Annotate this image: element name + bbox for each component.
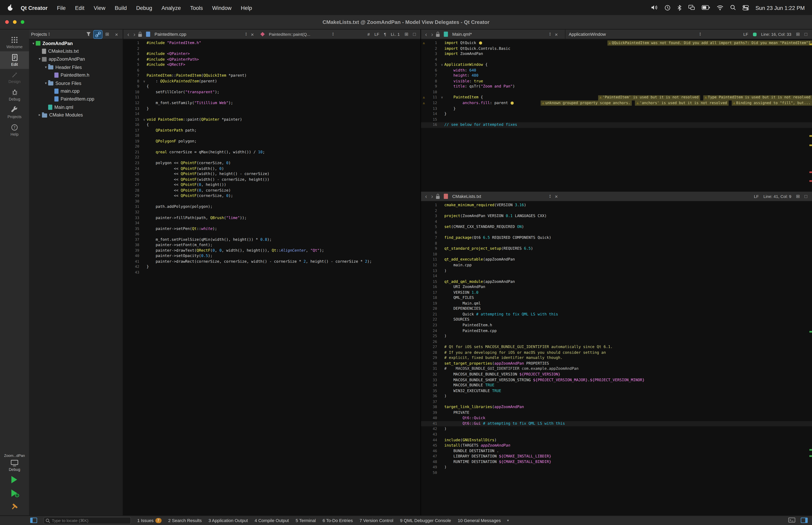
code-line[interactable]: 44include(GNUInstallDirs) [421, 437, 812, 443]
back-button[interactable]: ‹ [423, 31, 429, 37]
code-line[interactable]: 15∨void PaintedItem::paint(QPainter *pai… [123, 117, 420, 122]
code-line[interactable]: 15 [421, 117, 812, 122]
code-line[interactable]: 43 [123, 270, 420, 275]
code-line[interactable]: 14} [421, 111, 812, 117]
code-line[interactable]: 17 VERSION 1.0 [421, 290, 812, 296]
code-line[interactable]: 18 [123, 133, 420, 139]
code-line[interactable]: 30set_target_properties(appZoomAndPan PR… [421, 361, 812, 366]
code-line[interactable]: 8 visible: true [421, 79, 812, 84]
menu-build[interactable]: Build [115, 4, 127, 11]
code-line[interactable]: 25 << QPointF(width(), height() - corner… [123, 171, 420, 177]
build-button[interactable] [8, 501, 21, 512]
kit-project-label[interactable]: Zoom...dPan [4, 454, 25, 457]
close-document-button[interactable]: × [553, 193, 560, 199]
wifi-icon[interactable] [717, 5, 723, 10]
bluetooth-icon[interactable] [677, 4, 681, 11]
zoom-button[interactable] [21, 20, 24, 24]
editor-qml-code[interactable]: ⚠1import QtQuick⚠QQuickPaintedItem was n… [421, 39, 812, 192]
code-line[interactable]: 39 PRIVATE [421, 410, 812, 416]
pin-icon[interactable] [137, 31, 143, 37]
sync-with-editor-button[interactable] [94, 30, 102, 38]
code-line[interactable]: 4 [421, 219, 812, 224]
menu-window[interactable]: Window [212, 4, 231, 11]
tree-item-zoomandpan[interactable]: ▾ZoomAndPan [29, 39, 123, 47]
code-line[interactable]: ⚠11∨ PaintedItem {⚠'PaintedItem' is used… [421, 95, 812, 101]
forward-button[interactable]: › [429, 31, 435, 37]
code-line[interactable]: 4 [421, 57, 812, 62]
code-line[interactable]: 2import QtQuick.Controls.Basic [421, 46, 812, 51]
close-document-button[interactable]: × [553, 31, 560, 37]
code-line[interactable]: 46 BUNDLE DESTINATION . [421, 448, 812, 454]
mode-design[interactable]: Design [0, 69, 29, 86]
code-line[interactable]: 34 [123, 221, 420, 226]
document-dropdown[interactable]: PaintedItem.cpp ▴▾ [152, 32, 249, 37]
mode-projects[interactable]: Projects [0, 104, 29, 121]
menu-debug[interactable]: Debug [136, 4, 152, 11]
close-document-button[interactable]: × [249, 31, 256, 37]
code-line[interactable]: 41 painter->drawRect(cornerSize, cornerS… [123, 259, 420, 265]
paragraph-icon[interactable]: ¶ [384, 32, 386, 36]
code-line[interactable]: 33 MACOSX_BUNDLE_SHORT_VERSION_STRING ${… [421, 377, 812, 383]
code-line[interactable]: 3#include <QPainter> [123, 51, 420, 57]
code-line[interactable]: 7 height: 480 [421, 73, 812, 79]
split-editor-icon[interactable]: ⊞ [404, 32, 408, 37]
control-center-icon[interactable] [742, 5, 749, 10]
output-pane-4-compile-output[interactable]: 4 Compile Output [255, 518, 289, 523]
tree-chevron-icon[interactable]: ▾ [43, 81, 48, 85]
search-icon[interactable] [730, 5, 736, 11]
overview-ruler[interactable] [809, 39, 812, 192]
tree-item-painteditem-cpp[interactable]: PaintedItem.cpp [29, 95, 123, 103]
code-line[interactable]: 9 title: qsTr("Zoom and Pan") [421, 84, 812, 90]
projects-pane-selector[interactable]: Projects ▴▾ [31, 32, 83, 37]
code-line[interactable]: 24 PaintedItem.cpp [421, 328, 812, 334]
line-ending-indicator[interactable]: LF [754, 194, 759, 199]
code-line[interactable]: 40 painter->setOpacity(0.5); [123, 253, 420, 259]
fold-marker-icon[interactable]: ∨ [440, 95, 444, 101]
menu-help[interactable]: Help [241, 4, 252, 11]
run-button[interactable] [8, 474, 21, 485]
code-line[interactable]: 43 [421, 432, 812, 437]
menubar-clock[interactable]: Sun 23 Jun 1:22 PM [755, 4, 805, 11]
code-line[interactable]: 21 qreal cornerSize = qMax(height(), wid… [123, 150, 420, 155]
menu-tools[interactable]: Tools [190, 4, 203, 11]
hint-icon[interactable] [479, 42, 482, 45]
code-line[interactable]: 35 WIN32_EXECUTABLE TRUE [421, 388, 812, 394]
code-line[interactable]: 15qt_add_qml_module(appZoomAndPan [421, 279, 812, 285]
tree-chevron-icon[interactable]: ▾ [43, 65, 48, 69]
output-pane-9-qml-debugger-console[interactable]: 9 QML Debugger Console [400, 518, 451, 523]
code-line[interactable]: 4#include <QPainterPath> [123, 57, 420, 62]
mode-debug[interactable]: Debug [0, 86, 29, 104]
split-panel-button[interactable]: ⊞ [103, 30, 111, 38]
code-line[interactable]: 13 } [421, 106, 812, 111]
code-line[interactable]: 31 path.addPolygon(polygon); [123, 204, 420, 210]
forward-button[interactable]: › [429, 193, 435, 199]
code-line[interactable]: 26 << QPointF(width() - cornerSize, heig… [123, 177, 420, 182]
output-pane-7-version-control[interactable]: 7 Version Control [359, 518, 393, 523]
code-line[interactable]: 8 [421, 241, 812, 246]
tree-chevron-icon[interactable]: ▾ [31, 41, 36, 45]
code-line[interactable]: 12 m_font.setFamily("Titillium Web"); [123, 101, 420, 106]
code-line[interactable]: 48 RUNTIME DESTINATION ${CMAKE_INSTALL_B… [421, 459, 812, 465]
code-line[interactable]: 18 QML_FILES [421, 296, 812, 301]
code-line[interactable]: 13) [421, 268, 812, 273]
code-line[interactable]: 5∨ApplicationWindow { [421, 62, 812, 68]
code-line[interactable]: 10 setFillColor("transparent"); [123, 89, 420, 95]
code-line[interactable]: 7PaintedItem::PaintedItem(QQuickItem *pa… [123, 73, 420, 79]
code-line[interactable]: 22 [123, 155, 420, 161]
fold-marker-icon[interactable]: ∨ [142, 79, 147, 84]
code-line[interactable]: 2 [421, 208, 812, 213]
code-line[interactable]: 1cmake_minimum_required(VERSION 3.16) [421, 202, 812, 208]
code-line[interactable]: 17 QPainterPath path; [123, 128, 420, 133]
tree-item-appzoomandpan[interactable]: ▾appZoomAndPan [29, 55, 123, 63]
output-pane-menu-chevron[interactable]: ▾ [507, 519, 509, 523]
app-menu[interactable]: Qt Creator [21, 4, 48, 11]
apple-menu-icon[interactable] [7, 4, 13, 11]
window-titlebar[interactable]: CMakeLists.txt @ ZoomAndPan - Model View… [0, 15, 812, 29]
code-line[interactable]: 13} [123, 106, 420, 111]
code-line[interactable]: 22 SOURCES [421, 317, 812, 323]
split-editor-icon[interactable]: ⊞ [796, 194, 800, 199]
symbol-dropdown[interactable]: PaintedItem::paint(Q... ▴▾ [267, 32, 336, 36]
volume-icon[interactable] [651, 5, 658, 11]
code-line[interactable]: 28 << QPointF(0, cornerSize) [123, 188, 420, 193]
code-line[interactable]: 25) [421, 334, 812, 339]
